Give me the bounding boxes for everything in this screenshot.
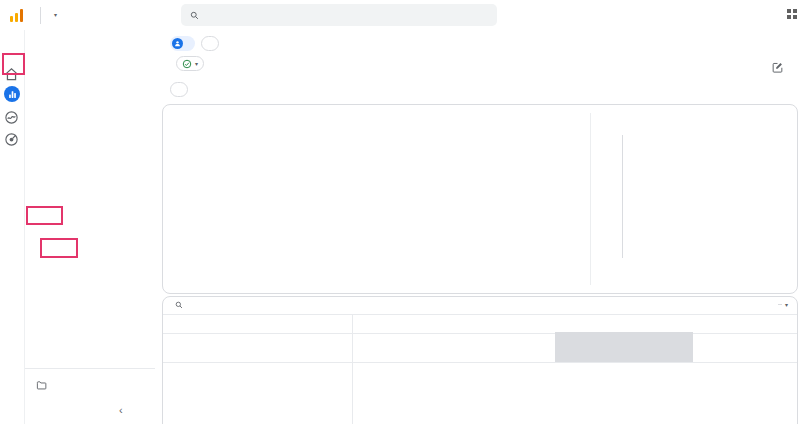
annotation-box-2 <box>26 206 63 225</box>
search-icon <box>175 301 183 309</box>
annotation-box-3 <box>40 238 78 258</box>
line-chart-svg <box>171 131 579 259</box>
analytics-logo-icon <box>10 8 23 22</box>
data-quality-badge[interactable]: ▾ <box>176 56 204 71</box>
apps-grid-icon[interactable] <box>787 9 798 20</box>
edit-report-icon[interactable] <box>771 61 784 74</box>
events-table-card: ▾ <box>162 296 798 424</box>
table-toolbar: ▾ <box>163 297 797 314</box>
table-search-input[interactable] <box>175 301 188 309</box>
account-switcher[interactable]: ▾ <box>51 12 57 19</box>
totals-epu-cell-shade <box>555 332 693 362</box>
table-totals-row <box>163 332 797 363</box>
annotation-box-1 <box>2 53 25 75</box>
search-icon <box>190 11 199 20</box>
add-filter-chip[interactable] <box>170 82 188 97</box>
charts-card <box>162 104 798 294</box>
date-range-selector[interactable] <box>735 39 739 46</box>
chevron-down-icon: ▾ <box>785 301 788 308</box>
chevron-down-icon: ▾ <box>195 60 198 67</box>
sidebar-divider <box>25 368 155 369</box>
add-comparison-chip[interactable] <box>201 36 219 51</box>
collapse-icon[interactable]: ‹ <box>119 404 123 416</box>
topbar-divider <box>40 7 41 24</box>
top-app-bar: ▾ <box>0 0 800 31</box>
reports-icon[interactable] <box>4 86 20 102</box>
chart-card-divider <box>590 113 591 285</box>
explore-icon[interactable] <box>4 110 20 126</box>
table-column-divider <box>352 314 353 424</box>
left-icon-rail <box>0 30 25 424</box>
folder-icon <box>36 380 47 391</box>
ga4-analytics-screen: ▾ ‹ <box>0 0 800 424</box>
table-header-row <box>163 314 797 334</box>
rows-per-page-select[interactable]: ▾ <box>775 301 788 308</box>
global-search-input[interactable] <box>181 4 497 26</box>
sidebar-item-library[interactable] <box>25 377 161 394</box>
person-icon <box>172 38 183 49</box>
chevron-down-icon: ▾ <box>54 12 57 19</box>
advertising-icon[interactable] <box>4 132 20 148</box>
bar-chart-axis <box>622 135 623 258</box>
rows-per-page-value <box>778 304 782 305</box>
sidebar-nav <box>25 30 161 424</box>
audience-chip[interactable] <box>170 36 195 51</box>
report-main: ▾ <box>161 30 800 424</box>
check-circle-icon <box>182 59 192 69</box>
